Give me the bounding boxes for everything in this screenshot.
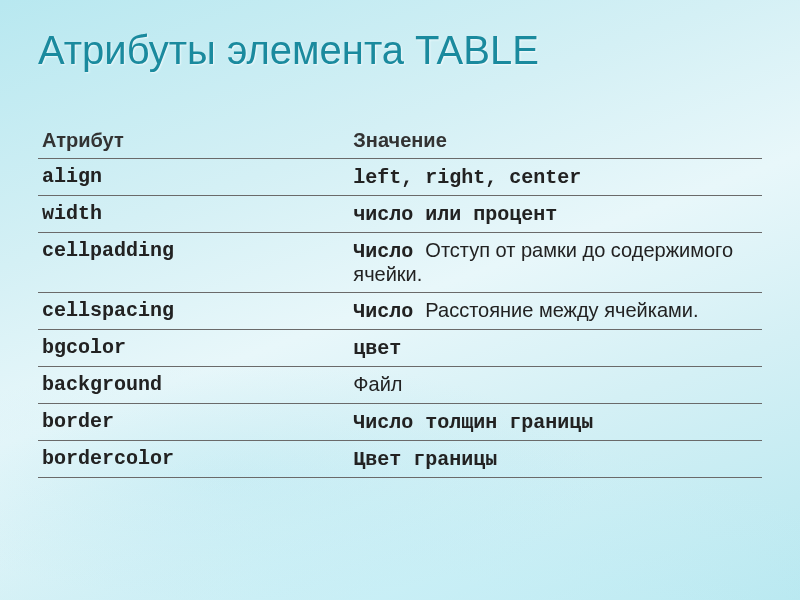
value-mono: число или процент — [353, 203, 557, 226]
attr-name: bgcolor — [38, 330, 349, 367]
table-row: border Число толщин границы — [38, 404, 762, 441]
attr-value: Число Расстояние между ячейками. — [349, 293, 762, 330]
value-mono: Цвет границы — [353, 448, 497, 471]
value-mono: Число — [353, 240, 425, 263]
header-value: Значение — [349, 123, 762, 159]
attr-value: Файл — [349, 367, 762, 404]
table-row: background Файл — [38, 367, 762, 404]
attr-name: cellpadding — [38, 233, 349, 293]
header-attribute: Атрибут — [38, 123, 349, 159]
value-mono: left, right, center — [353, 166, 581, 189]
attr-value: Число Отступ от рамки до содержимого яче… — [349, 233, 762, 293]
value-mono: Число толщин границы — [353, 411, 593, 434]
attr-name: cellspacing — [38, 293, 349, 330]
attr-value: left, right, center — [349, 159, 762, 196]
attributes-table: Атрибут Значение align left, right, cent… — [38, 123, 762, 478]
table-row: bordercolor Цвет границы — [38, 441, 762, 478]
attr-value: Число толщин границы — [349, 404, 762, 441]
value-sans: Файл — [353, 373, 402, 395]
table-row: cellspacing Число Расстояние между ячейк… — [38, 293, 762, 330]
table-header-row: Атрибут Значение — [38, 123, 762, 159]
attr-name: background — [38, 367, 349, 404]
slide-title: Атрибуты элемента TABLE — [38, 28, 762, 73]
attr-name: width — [38, 196, 349, 233]
table-row: width число или процент — [38, 196, 762, 233]
attr-value: число или процент — [349, 196, 762, 233]
slide: Атрибуты элемента TABLE Атрибут Значение… — [0, 0, 800, 600]
table-row: align left, right, center — [38, 159, 762, 196]
table-row: bgcolor цвет — [38, 330, 762, 367]
value-mono: Число — [353, 300, 425, 323]
attr-name: border — [38, 404, 349, 441]
table-row: cellpadding Число Отступ от рамки до сод… — [38, 233, 762, 293]
attr-name: bordercolor — [38, 441, 349, 478]
attr-value: Цвет границы — [349, 441, 762, 478]
value-sans: Расстояние между ячейками. — [425, 299, 698, 321]
value-mono: цвет — [353, 337, 401, 360]
attr-name: align — [38, 159, 349, 196]
attr-value: цвет — [349, 330, 762, 367]
